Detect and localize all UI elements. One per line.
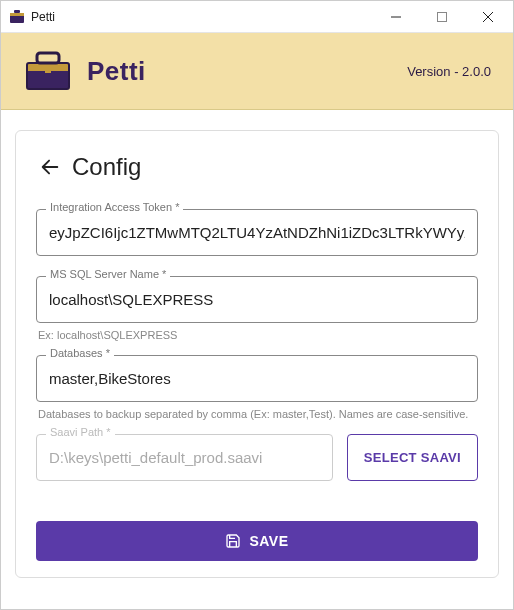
version-text: Version - 2.0.0	[407, 64, 491, 79]
titlebar: Petti	[1, 1, 513, 33]
maximize-button[interactable]	[419, 2, 465, 32]
save-icon	[225, 533, 241, 549]
server-field: MS SQL Server Name *	[36, 276, 478, 323]
select-saavi-button[interactable]: SELECT SAAVI	[347, 434, 478, 481]
app-icon	[9, 9, 25, 25]
page-title: Config	[72, 153, 141, 181]
window-controls	[373, 2, 511, 32]
window-title: Petti	[31, 10, 373, 24]
databases-helper: Databases to backup separated by comma (…	[38, 408, 476, 420]
page-head: Config	[36, 153, 478, 181]
arrow-left-icon	[39, 156, 61, 178]
svg-rect-11	[45, 69, 51, 73]
databases-field: Databases *	[36, 355, 478, 402]
saavi-row: Saavi Path * SELECT SAAVI	[36, 434, 478, 481]
token-label: Integration Access Token *	[46, 201, 183, 213]
minimize-button[interactable]	[373, 2, 419, 32]
server-helper: Ex: localhost\SQLEXPRESS	[38, 329, 476, 341]
saavi-input	[36, 434, 333, 481]
content-area: Config Integration Access Token * MS SQL…	[1, 110, 513, 609]
server-label: MS SQL Server Name *	[46, 268, 170, 280]
app-header: Petti Version - 2.0.0	[1, 33, 513, 110]
saavi-label: Saavi Path *	[46, 426, 115, 438]
config-panel: Config Integration Access Token * MS SQL…	[15, 130, 499, 578]
saavi-field: Saavi Path *	[36, 434, 333, 481]
token-field: Integration Access Token *	[36, 209, 478, 256]
databases-input[interactable]	[36, 355, 478, 402]
app-name: Petti	[87, 56, 407, 87]
svg-rect-2	[14, 10, 20, 13]
save-button[interactable]: SAVE	[36, 521, 478, 561]
databases-label: Databases *	[46, 347, 114, 359]
back-button[interactable]	[36, 153, 64, 181]
svg-rect-1	[10, 13, 24, 16]
server-input[interactable]	[36, 276, 478, 323]
app-window: Petti Petti Version - 2.0.0	[0, 0, 514, 610]
logo-icon	[23, 51, 73, 91]
svg-rect-4	[438, 12, 447, 21]
save-label: SAVE	[249, 533, 288, 549]
token-input[interactable]	[36, 209, 478, 256]
close-button[interactable]	[465, 2, 511, 32]
svg-rect-10	[37, 53, 59, 63]
